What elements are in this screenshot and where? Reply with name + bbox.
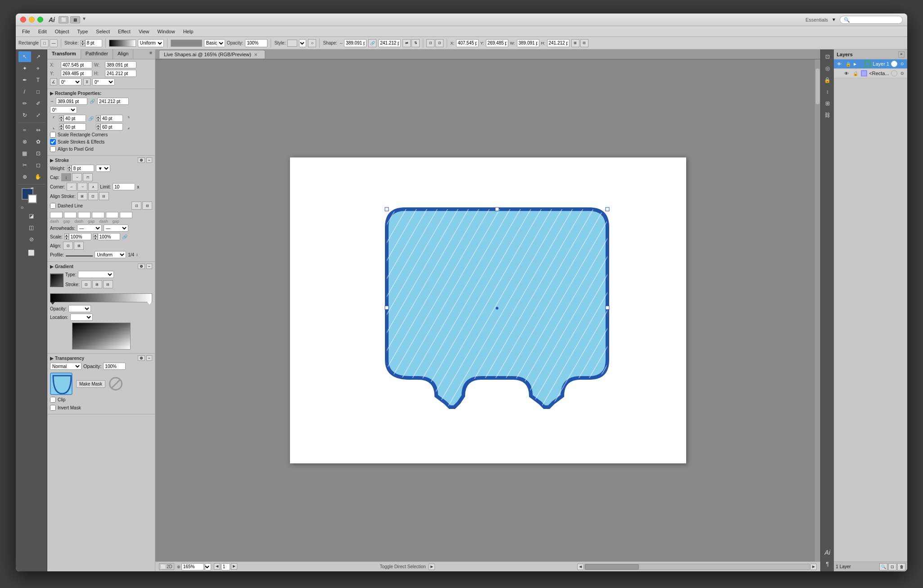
h-scrollbar-thumb[interactable] [585, 564, 639, 570]
dash3[interactable] [106, 212, 118, 218]
menu-object[interactable]: Object [51, 28, 73, 35]
menu-help[interactable]: Help [180, 28, 197, 35]
stroke-input[interactable] [85, 39, 102, 47]
scale-link-icon[interactable]: 🔗 [122, 234, 127, 239]
stroke-arrows[interactable]: ▲ ▼ [81, 40, 85, 46]
handle-tl[interactable] [385, 207, 389, 211]
layers-options-btn[interactable]: ≡ [898, 51, 905, 58]
shape-w-input[interactable] [344, 39, 366, 47]
slice-tool[interactable]: ✂ [18, 160, 31, 171]
arrow-align1[interactable]: ⊡ [63, 242, 73, 250]
align-pixel-check[interactable] [50, 146, 56, 152]
scale-corners-check[interactable] [50, 132, 56, 138]
handle-tr[interactable] [606, 207, 609, 211]
grad-opacity-select[interactable] [68, 305, 91, 312]
w-value-input[interactable] [105, 61, 136, 68]
lasso-tool[interactable]: ⌖ [32, 63, 45, 74]
sublayer-target[interactable]: ⊙ [899, 70, 905, 76]
y-value-input[interactable] [61, 70, 92, 77]
layer-1-target[interactable]: ⊙ [899, 61, 905, 67]
menu-edit[interactable]: Edit [35, 28, 50, 35]
paintbrush-tool[interactable]: ✏ [18, 98, 31, 109]
gap2[interactable] [92, 212, 104, 218]
gradient-swatch[interactable] [50, 274, 63, 287]
menu-view[interactable]: View [135, 28, 153, 35]
gradient-stop-right[interactable] [147, 302, 152, 305]
layer-1-lock[interactable]: 🔒 [845, 60, 852, 67]
transparency-collapse[interactable]: − [146, 355, 152, 361]
corner-tl-up[interactable]: ▲ [59, 115, 63, 118]
scale-tool[interactable]: ⤢ [32, 110, 45, 121]
symbol-tool[interactable]: ✿ [32, 136, 45, 147]
zoom-select[interactable]: ▼ [205, 563, 211, 570]
menu-type[interactable]: Type [74, 28, 92, 35]
scroll-right[interactable]: ▶ [810, 564, 817, 570]
toolbar-fill-swatch[interactable]: □ [41, 39, 49, 47]
corner-tr-up[interactable]: ▲ [96, 115, 100, 118]
rect-angle-select[interactable]: 0° [50, 106, 77, 113]
rect-tool[interactable]: □ [32, 86, 45, 97]
dash2[interactable] [78, 212, 90, 218]
corner-br-arrows[interactable]: ▲ ▼ [96, 124, 100, 130]
handle-ml[interactable] [385, 306, 389, 310]
toolbar-stroke-swatch[interactable]: — [50, 39, 58, 47]
align-center[interactable]: ⊞ [77, 192, 87, 200]
align-outside[interactable]: ⊟ [99, 192, 109, 200]
corner-br-up[interactable]: ▲ [96, 124, 100, 127]
gradient-type-select[interactable] [78, 271, 114, 278]
clip-check[interactable] [50, 397, 56, 403]
scale-start-input[interactable] [69, 233, 91, 240]
sublayer-circle[interactable] [891, 70, 897, 76]
corner-tl-input[interactable] [63, 115, 86, 122]
dashed-align2[interactable]: ⊟ [142, 202, 152, 210]
rect-props-title[interactable]: ▶ Rectangle Properties: [50, 91, 152, 96]
corner-round[interactable]: ⌣ [77, 183, 87, 191]
lock-proportions[interactable]: 🔗 [89, 98, 95, 104]
direct-select-tool[interactable]: ↗ [32, 51, 45, 62]
grid-icon[interactable]: ▦ [70, 16, 80, 23]
corner-bl-input[interactable] [63, 123, 86, 130]
gradient-title[interactable]: ▶ Gradient ⊕ − [50, 264, 152, 269]
panel-menu-btn[interactable]: ≡ [147, 49, 155, 59]
align1-icon[interactable]: ⊡ [426, 39, 434, 47]
delete-layer-btn[interactable]: 🗑 [897, 563, 905, 570]
uniform-select[interactable]: Uniform [138, 39, 164, 47]
grad-location-select[interactable] [70, 314, 93, 321]
corner-tl-down[interactable]: ▼ [59, 118, 63, 121]
canvas-scrollbar-v[interactable] [815, 59, 820, 561]
menu-select[interactable]: Select [92, 28, 113, 35]
selection-tool[interactable]: ↖ [18, 51, 31, 62]
menu-file[interactable]: File [18, 28, 34, 35]
tab-align[interactable]: Align [113, 49, 133, 59]
pencil-tool[interactable]: ✐ [32, 98, 45, 109]
grad-stroke2[interactable]: ⊞ [92, 280, 102, 288]
corner-br-input[interactable] [100, 123, 123, 130]
close-button[interactable] [20, 17, 26, 22]
grad-stroke1[interactable]: ⊡ [81, 280, 91, 288]
corner-bl-up[interactable]: ▲ [59, 124, 63, 127]
corner-tr-arrows[interactable]: ▲ ▼ [96, 115, 100, 121]
canvas-container[interactable] [155, 59, 820, 561]
align-inside[interactable]: ⊡ [88, 192, 98, 200]
stroke-up[interactable]: ▲ [81, 40, 85, 43]
style-swatch[interactable] [287, 40, 297, 47]
page-input[interactable] [221, 563, 230, 570]
handle-tc[interactable] [495, 207, 499, 211]
link-strip-icon[interactable]: ⛓ [821, 110, 834, 121]
h-value-input[interactable] [105, 70, 136, 77]
gradient-mode[interactable]: ◫ [25, 222, 38, 233]
opacity-input[interactable] [245, 39, 267, 47]
stroke-down[interactable]: ▼ [81, 43, 85, 46]
menu-window[interactable]: Window [154, 28, 179, 35]
weight-unit-select[interactable]: ▼ [96, 165, 110, 172]
shear-select[interactable]: 0° [92, 78, 115, 85]
zoom-input[interactable] [181, 563, 204, 570]
corner-tl-arrows[interactable]: ▲ ▼ [59, 115, 63, 121]
flip-h-icon[interactable]: ⇄ [403, 39, 411, 47]
type-tool[interactable]: T [32, 75, 45, 85]
y-coord-input[interactable] [486, 39, 508, 47]
profile-select[interactable]: Uniform [95, 251, 126, 258]
h-scrollbar[interactable] [584, 564, 810, 570]
layer-1-circle[interactable] [891, 61, 897, 67]
close-tab-icon[interactable]: ✕ [254, 52, 258, 57]
